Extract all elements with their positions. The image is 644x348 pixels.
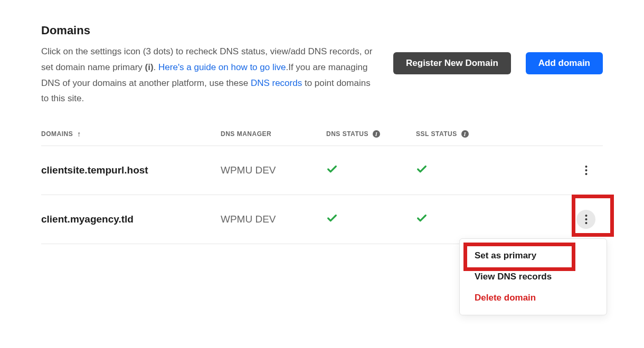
add-domain-button[interactable]: Add domain [526, 52, 603, 74]
table-row: clientsite.tempurl.host WPMU DEV [41, 146, 603, 195]
menu-view-dns[interactable]: View DNS records [460, 266, 607, 287]
table-header: DOMAINS ↑ DNS MANAGER DNS STATUS i SSL S… [41, 122, 603, 146]
menu-delete-domain[interactable]: Delete domain [460, 287, 607, 308]
header-actions: Register New Domain Add domain [393, 24, 603, 74]
header-section: Domains Click on the settings icon (3 do… [41, 24, 603, 107]
column-label-domains: DOMAINS [41, 130, 73, 138]
svg-point-2 [585, 173, 587, 175]
page-description: Click on the settings icon (3 dots) to r… [41, 44, 379, 107]
row-actions [522, 210, 603, 229]
domain-name: client.myagency.tld [41, 214, 221, 225]
more-options-button[interactable] [576, 161, 595, 180]
info-icon[interactable]: i [373, 130, 380, 138]
check-icon [326, 163, 338, 175]
svg-point-5 [585, 222, 587, 224]
check-icon [326, 212, 338, 224]
more-vertical-icon [585, 214, 588, 225]
sort-arrow-icon: ↑ [77, 130, 81, 138]
guide-link[interactable]: Here's a guide on how to go live [158, 62, 286, 72]
dns-manager-value: WPMU DEV [221, 214, 326, 225]
column-header-dns: DNS STATUS i [326, 130, 416, 138]
desc-text-2: . [154, 62, 158, 72]
dns-status-cell [326, 212, 416, 226]
more-options-button[interactable] [576, 210, 595, 229]
svg-point-4 [585, 218, 587, 220]
page-title: Domains [41, 24, 379, 37]
column-header-domains[interactable]: DOMAINS ↑ [41, 130, 221, 138]
svg-point-3 [585, 215, 587, 217]
menu-set-primary[interactable]: Set as primary [460, 245, 607, 266]
ssl-status-cell [416, 212, 522, 226]
svg-point-1 [585, 169, 587, 171]
domain-name: clientsite.tempurl.host [41, 165, 221, 176]
dns-records-link[interactable]: DNS records [251, 78, 302, 88]
ssl-status-cell [416, 163, 522, 177]
check-icon [416, 163, 428, 175]
check-icon [416, 212, 428, 224]
dns-manager-value: WPMU DEV [221, 165, 326, 176]
domains-table: DOMAINS ↑ DNS MANAGER DNS STATUS i SSL S… [41, 122, 603, 244]
column-header-manager: DNS MANAGER [221, 130, 326, 138]
column-label-dns: DNS STATUS [326, 130, 368, 138]
info-icon[interactable]: i [461, 130, 469, 138]
register-domain-button[interactable]: Register New Domain [393, 52, 511, 74]
row-dropdown-menu: Set as primary View DNS records Delete d… [459, 238, 607, 315]
dns-status-cell [326, 163, 416, 177]
column-label-manager: DNS MANAGER [221, 130, 271, 138]
column-label-ssl: SSL STATUS [416, 130, 457, 138]
table-row: client.myagency.tld WPMU DEV [41, 195, 603, 244]
desc-info-mark: (i) [145, 62, 154, 72]
more-vertical-icon [585, 165, 588, 176]
svg-point-0 [585, 166, 587, 168]
column-header-ssl: SSL STATUS i [416, 130, 522, 138]
header-left: Domains Click on the settings icon (3 do… [41, 24, 379, 107]
row-actions [522, 161, 603, 180]
